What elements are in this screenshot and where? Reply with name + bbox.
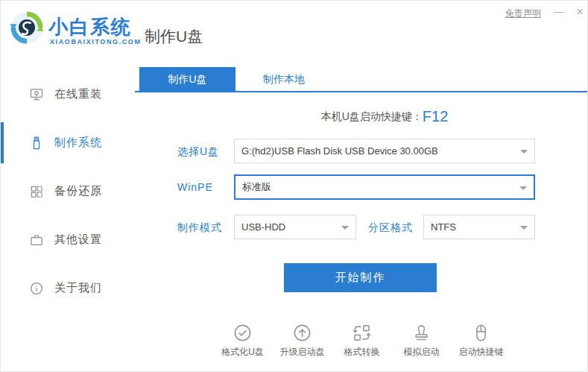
winpe-select[interactable]: 标准版	[234, 174, 535, 200]
chevron-down-icon	[341, 226, 349, 230]
winpe-select-value: 标准版	[242, 180, 271, 194]
usb-select-label: 选择U盘	[177, 145, 219, 159]
check-circle-icon	[233, 323, 253, 343]
chevron-down-icon	[519, 186, 527, 190]
bottom-toolbar: 格式化U盘 升级启动盘 格式转换 模拟启动 启动快捷键	[135, 323, 588, 359]
toolbox-icon	[29, 233, 44, 248]
winpe-select-label: WinPE	[177, 181, 213, 193]
sidebar-item-label: 在线重装	[54, 87, 102, 101]
usb-drive-icon	[29, 136, 44, 151]
grid-icon	[29, 184, 44, 199]
monitor-icon	[29, 87, 44, 102]
tool-format-usb[interactable]: 格式化U盘	[213, 323, 273, 359]
sidebar-item-backup-restore[interactable]: 备份还原	[1, 167, 135, 215]
usb-select-value: G:(hd2)USB Flash Disk USB Device 30.00GB	[241, 145, 438, 157]
partition-select-label: 分区格式	[368, 221, 413, 235]
tool-label: 格式转换	[344, 346, 380, 359]
mode-select-value: USB-HDD	[241, 221, 285, 233]
tool-label: 升级启动盘	[280, 346, 325, 359]
convert-icon	[352, 323, 372, 343]
mode-select[interactable]: USB-HDD	[234, 215, 356, 239]
usb-select[interactable]: G:(hd2)USB Flash Disk USB Device 30.00GB	[234, 139, 535, 163]
brand-name: 小白系统	[48, 14, 132, 40]
tool-label: 模拟启动	[404, 346, 440, 359]
brand-domain: XIAOBAIXITONG.COM	[50, 38, 142, 45]
sidebar-item-make-system[interactable]: 制作系统	[1, 119, 135, 167]
start-make-button[interactable]: 开始制作	[284, 263, 437, 292]
tab-make-local[interactable]: 制作本地	[235, 67, 332, 91]
tool-boot-hotkey[interactable]: 启动快捷键	[452, 323, 511, 359]
tool-simulate-boot[interactable]: 模拟启动	[392, 323, 452, 359]
tab-make-usb[interactable]: 制作U盘	[139, 67, 235, 91]
sidebar-item-label: 其他设置	[54, 233, 102, 247]
boot-hotkey-line: 本机U盘启动快捷键：F12	[234, 108, 535, 125]
brand-logo-icon	[10, 10, 44, 45]
tool-label: 启动快捷键	[459, 346, 504, 359]
mode-select-label: 制作模式	[177, 221, 222, 235]
boot-hotkey-value: F12	[423, 108, 448, 124]
stamp-icon	[411, 323, 431, 343]
info-circle-icon	[29, 281, 44, 296]
partition-select[interactable]: NTFS	[423, 215, 535, 239]
tool-format-convert[interactable]: 格式转换	[332, 323, 392, 359]
chevron-down-icon	[520, 226, 528, 230]
sidebar-item-about-us[interactable]: 关于我们	[1, 264, 135, 312]
sidebar-item-label: 备份还原	[54, 184, 102, 198]
chevron-down-icon	[520, 150, 528, 154]
app-window: 小白系统 XIAOBAIXITONG.COM 制作U盘 免责声明 — × 在线重…	[0, 0, 588, 372]
arrow-up-circle-icon	[292, 323, 312, 343]
mouse-icon	[471, 323, 491, 343]
tool-upgrade-boot-disk[interactable]: 升级启动盘	[273, 323, 332, 359]
partition-select-value: NTFS	[431, 221, 456, 233]
disclaimer-link[interactable]: 免责声明	[505, 7, 541, 20]
boot-hotkey-label: 本机U盘启动快捷键：	[321, 110, 423, 122]
page-title: 制作U盘	[145, 26, 203, 47]
close-button[interactable]: ×	[573, 5, 587, 19]
sidebar-item-online-reinstall[interactable]: 在线重装	[1, 70, 135, 119]
sidebar-item-label: 关于我们	[54, 281, 102, 295]
tool-label: 格式化U盘	[221, 346, 264, 359]
sidebar-item-label: 制作系统	[54, 136, 102, 150]
minimize-button[interactable]: —	[552, 5, 566, 17]
sidebar: 在线重装 制作系统 备份还原 其他设置	[1, 70, 135, 312]
sidebar-item-other-settings[interactable]: 其他设置	[1, 215, 135, 264]
tab-underline	[135, 91, 588, 92]
